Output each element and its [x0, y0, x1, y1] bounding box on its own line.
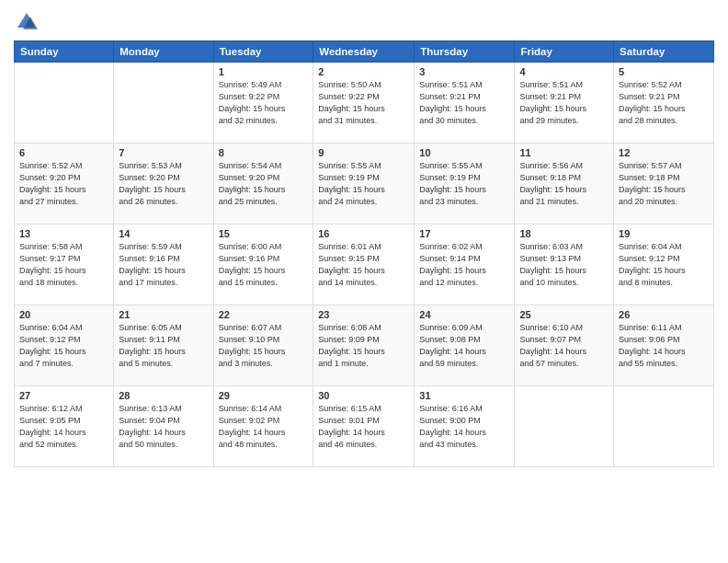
day-cell: 12Sunrise: 5:57 AM Sunset: 9:18 PM Dayli…	[614, 144, 714, 224]
day-cell: 6Sunrise: 5:52 AM Sunset: 9:20 PM Daylig…	[15, 144, 114, 224]
day-number: 9	[318, 147, 409, 158]
weekday-header-wednesday: Wednesday	[313, 41, 415, 63]
day-cell: 24Sunrise: 6:09 AM Sunset: 9:08 PM Dayli…	[415, 305, 515, 386]
week-row-3: 13Sunrise: 5:58 AM Sunset: 9:17 PM Dayli…	[15, 224, 714, 305]
day-cell: 29Sunrise: 6:14 AM Sunset: 9:02 PM Dayli…	[213, 386, 313, 467]
weekday-header-thursday: Thursday	[415, 41, 515, 63]
day-info: Sunrise: 6:09 AM Sunset: 9:08 PM Dayligh…	[419, 322, 509, 370]
day-info: Sunrise: 5:56 AM Sunset: 9:18 PM Dayligh…	[519, 160, 609, 208]
day-info: Sunrise: 6:12 AM Sunset: 9:05 PM Dayligh…	[19, 403, 108, 451]
day-info: Sunrise: 5:51 AM Sunset: 9:21 PM Dayligh…	[419, 79, 509, 127]
day-info: Sunrise: 6:13 AM Sunset: 9:04 PM Dayligh…	[119, 403, 208, 451]
day-info: Sunrise: 5:55 AM Sunset: 9:19 PM Dayligh…	[419, 160, 509, 208]
day-cell	[614, 386, 714, 467]
day-info: Sunrise: 5:51 AM Sunset: 9:21 PM Dayligh…	[519, 79, 609, 127]
day-cell	[15, 63, 114, 144]
day-info: Sunrise: 6:04 AM Sunset: 9:12 PM Dayligh…	[19, 322, 108, 370]
day-cell: 19Sunrise: 6:04 AM Sunset: 9:12 PM Dayli…	[614, 224, 714, 305]
day-number: 13	[19, 228, 108, 239]
day-number: 11	[519, 147, 609, 158]
day-info: Sunrise: 6:04 AM Sunset: 9:12 PM Dayligh…	[619, 241, 709, 289]
day-number: 16	[318, 228, 409, 239]
day-info: Sunrise: 5:50 AM Sunset: 9:22 PM Dayligh…	[318, 79, 409, 127]
day-info: Sunrise: 6:01 AM Sunset: 9:15 PM Dayligh…	[318, 241, 409, 289]
day-info: Sunrise: 5:49 AM Sunset: 9:22 PM Dayligh…	[219, 79, 309, 127]
day-cell: 2Sunrise: 5:50 AM Sunset: 9:22 PM Daylig…	[313, 63, 415, 144]
day-cell: 11Sunrise: 5:56 AM Sunset: 9:18 PM Dayli…	[515, 144, 614, 224]
day-number: 23	[318, 309, 409, 320]
day-number: 27	[19, 390, 108, 401]
day-number: 4	[519, 66, 609, 77]
weekday-header-row: SundayMondayTuesdayWednesdayThursdayFrid…	[15, 41, 714, 63]
day-info: Sunrise: 6:03 AM Sunset: 9:13 PM Dayligh…	[519, 241, 609, 289]
weekday-header-sunday: Sunday	[15, 41, 114, 63]
day-cell: 30Sunrise: 6:15 AM Sunset: 9:01 PM Dayli…	[313, 386, 415, 467]
header	[14, 9, 714, 35]
weekday-header-tuesday: Tuesday	[213, 41, 313, 63]
week-row-1: 1Sunrise: 5:49 AM Sunset: 9:22 PM Daylig…	[15, 63, 714, 144]
day-info: Sunrise: 5:58 AM Sunset: 9:17 PM Dayligh…	[19, 241, 108, 289]
day-info: Sunrise: 6:07 AM Sunset: 9:10 PM Dayligh…	[219, 322, 309, 370]
day-cell: 15Sunrise: 6:00 AM Sunset: 9:16 PM Dayli…	[213, 224, 313, 305]
day-number: 25	[519, 309, 609, 320]
day-cell: 17Sunrise: 6:02 AM Sunset: 9:14 PM Dayli…	[415, 224, 515, 305]
day-cell: 4Sunrise: 5:51 AM Sunset: 9:21 PM Daylig…	[515, 63, 614, 144]
day-number: 26	[619, 309, 709, 320]
day-info: Sunrise: 5:57 AM Sunset: 9:18 PM Dayligh…	[619, 160, 709, 208]
day-cell: 7Sunrise: 5:53 AM Sunset: 9:20 PM Daylig…	[114, 144, 213, 224]
logo	[14, 9, 43, 35]
day-info: Sunrise: 6:11 AM Sunset: 9:06 PM Dayligh…	[619, 322, 709, 370]
day-cell: 20Sunrise: 6:04 AM Sunset: 9:12 PM Dayli…	[15, 305, 114, 386]
day-info: Sunrise: 6:14 AM Sunset: 9:02 PM Dayligh…	[219, 403, 309, 451]
day-info: Sunrise: 6:08 AM Sunset: 9:09 PM Dayligh…	[318, 322, 409, 370]
day-info: Sunrise: 6:02 AM Sunset: 9:14 PM Dayligh…	[419, 241, 509, 289]
day-info: Sunrise: 5:52 AM Sunset: 9:21 PM Dayligh…	[619, 79, 709, 127]
day-number: 8	[219, 147, 309, 158]
calendar-table: SundayMondayTuesdayWednesdayThursdayFrid…	[14, 40, 714, 467]
day-info: Sunrise: 5:54 AM Sunset: 9:20 PM Dayligh…	[219, 160, 309, 208]
day-number: 18	[519, 228, 609, 239]
day-cell: 10Sunrise: 5:55 AM Sunset: 9:19 PM Dayli…	[415, 144, 515, 224]
day-number: 15	[219, 228, 309, 239]
day-cell: 5Sunrise: 5:52 AM Sunset: 9:21 PM Daylig…	[614, 63, 714, 144]
day-number: 2	[318, 66, 409, 77]
day-info: Sunrise: 6:00 AM Sunset: 9:16 PM Dayligh…	[219, 241, 309, 289]
day-cell: 8Sunrise: 5:54 AM Sunset: 9:20 PM Daylig…	[213, 144, 313, 224]
day-cell: 25Sunrise: 6:10 AM Sunset: 9:07 PM Dayli…	[515, 305, 614, 386]
weekday-header-saturday: Saturday	[614, 41, 714, 63]
day-number: 12	[619, 147, 709, 158]
day-cell: 28Sunrise: 6:13 AM Sunset: 9:04 PM Dayli…	[114, 386, 213, 467]
day-cell: 22Sunrise: 6:07 AM Sunset: 9:10 PM Dayli…	[213, 305, 313, 386]
day-number: 22	[219, 309, 309, 320]
calendar-container: SundayMondayTuesdayWednesdayThursdayFrid…	[0, 0, 728, 563]
week-row-5: 27Sunrise: 6:12 AM Sunset: 9:05 PM Dayli…	[15, 386, 714, 467]
weekday-header-friday: Friday	[515, 41, 614, 63]
day-cell: 9Sunrise: 5:55 AM Sunset: 9:19 PM Daylig…	[313, 144, 415, 224]
day-cell: 23Sunrise: 6:08 AM Sunset: 9:09 PM Dayli…	[313, 305, 415, 386]
weekday-header-monday: Monday	[114, 41, 213, 63]
day-info: Sunrise: 5:52 AM Sunset: 9:20 PM Dayligh…	[19, 160, 108, 208]
day-number: 29	[219, 390, 309, 401]
day-cell: 27Sunrise: 6:12 AM Sunset: 9:05 PM Dayli…	[15, 386, 114, 467]
day-number: 5	[619, 66, 709, 77]
day-info: Sunrise: 5:53 AM Sunset: 9:20 PM Dayligh…	[119, 160, 208, 208]
day-number: 3	[419, 66, 509, 77]
day-number: 7	[119, 147, 208, 158]
day-cell: 1Sunrise: 5:49 AM Sunset: 9:22 PM Daylig…	[213, 63, 313, 144]
day-cell: 14Sunrise: 5:59 AM Sunset: 9:16 PM Dayli…	[114, 224, 213, 305]
day-cell: 26Sunrise: 6:11 AM Sunset: 9:06 PM Dayli…	[614, 305, 714, 386]
day-number: 28	[119, 390, 208, 401]
day-cell	[515, 386, 614, 467]
day-cell: 31Sunrise: 6:16 AM Sunset: 9:00 PM Dayli…	[415, 386, 515, 467]
week-row-4: 20Sunrise: 6:04 AM Sunset: 9:12 PM Dayli…	[15, 305, 714, 386]
day-cell: 16Sunrise: 6:01 AM Sunset: 9:15 PM Dayli…	[313, 224, 415, 305]
day-number: 19	[619, 228, 709, 239]
day-number: 31	[419, 390, 509, 401]
week-row-2: 6Sunrise: 5:52 AM Sunset: 9:20 PM Daylig…	[15, 144, 714, 224]
day-number: 6	[19, 147, 108, 158]
day-number: 17	[419, 228, 509, 239]
day-number: 24	[419, 309, 509, 320]
day-cell: 21Sunrise: 6:05 AM Sunset: 9:11 PM Dayli…	[114, 305, 213, 386]
day-number: 21	[119, 309, 208, 320]
day-info: Sunrise: 6:15 AM Sunset: 9:01 PM Dayligh…	[318, 403, 409, 451]
